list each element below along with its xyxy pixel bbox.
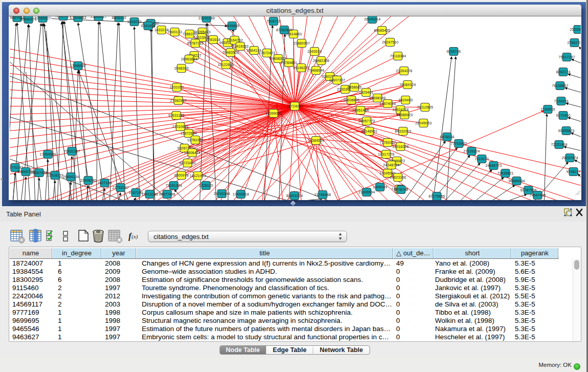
svg-text:14874016: 14874016: [379, 101, 396, 106]
svg-text:26482366: 26482366: [313, 58, 329, 63]
svg-text:1543039: 1543039: [307, 49, 321, 54]
svg-text:70112805: 70112805: [417, 105, 432, 110]
svg-text:77703482: 77703482: [450, 141, 467, 146]
svg-text:72221969: 72221969: [551, 142, 567, 147]
svg-text:20608835: 20608835: [343, 98, 359, 102]
svg-text:79517187: 79517187: [558, 55, 575, 59]
svg-text:18121913: 18121913: [189, 173, 206, 178]
svg-text:12016328: 12016328: [392, 144, 408, 149]
svg-text:27010651: 27010651: [172, 124, 188, 129]
svg-text:9167190: 9167190: [128, 190, 143, 195]
svg-text:74647436: 74647436: [529, 193, 546, 198]
svg-text:27109324: 27109324: [463, 149, 480, 154]
svg-text:8876038: 8876038: [440, 135, 454, 139]
svg-text:23193149: 23193149: [198, 16, 214, 20]
svg-text:79118384: 79118384: [389, 54, 405, 58]
svg-text:21906594: 21906594: [358, 190, 375, 194]
svg-text:29784801: 29784801: [280, 60, 297, 65]
svg-text:7134316: 7134316: [554, 99, 568, 103]
svg-text:18724007: 18724007: [287, 104, 303, 108]
svg-text:87175655: 87175655: [428, 194, 445, 199]
svg-text:87262849: 87262849: [276, 28, 292, 32]
svg-text:28963834: 28963834: [181, 57, 197, 61]
svg-text:13493618: 13493618: [232, 192, 249, 196]
svg-text:8805310: 8805310: [112, 16, 126, 20]
svg-text:21354278: 21354278: [396, 69, 412, 73]
svg-text:78084124: 78084124: [399, 82, 416, 87]
svg-text:10122691: 10122691: [217, 62, 234, 67]
svg-text:9172400: 9172400: [556, 113, 570, 118]
svg-text:70831367: 70831367: [63, 149, 80, 154]
svg-text:8781618: 8781618: [206, 37, 220, 42]
svg-text:19399091: 19399091: [265, 111, 281, 116]
svg-text:21746488: 21746488: [314, 192, 331, 197]
svg-text:9256746: 9256746: [446, 49, 461, 54]
svg-text:1031051: 1031051: [169, 85, 184, 90]
svg-text:9241904: 9241904: [141, 24, 155, 28]
svg-text:1824493: 1824493: [398, 98, 412, 102]
svg-text:7613171: 7613171: [474, 157, 489, 161]
svg-text:28557444: 28557444: [31, 170, 47, 175]
svg-text:29957773: 29957773: [358, 119, 375, 123]
svg-text:78069901: 78069901: [55, 16, 71, 18]
svg-text:27065627: 27065627: [34, 16, 51, 20]
svg-text:9748217: 9748217: [566, 169, 580, 174]
svg-text:92148951: 92148951: [361, 129, 377, 134]
svg-text:85787133: 85787133: [187, 41, 203, 46]
svg-text:8500978: 8500978: [174, 173, 188, 178]
svg-text:1399049: 1399049: [373, 185, 387, 189]
svg-text:26247510: 26247510: [382, 40, 398, 45]
svg-text:9905865: 9905865: [225, 24, 239, 28]
svg-text:1328120: 1328120: [199, 183, 213, 188]
svg-text:22880957: 22880957: [293, 41, 310, 46]
svg-text:7506716: 7506716: [266, 19, 280, 24]
svg-text:13518233: 13518233: [47, 173, 63, 178]
svg-text:12606474: 12606474: [184, 150, 200, 155]
svg-text:17996507: 17996507: [70, 63, 86, 68]
svg-text:26483503: 26483503: [222, 50, 238, 55]
svg-text:11607337: 11607337: [329, 78, 344, 82]
svg-text:27752047: 27752047: [112, 185, 128, 190]
svg-text:8262174: 8262174: [556, 70, 570, 74]
svg-text:24348734: 24348734: [383, 163, 399, 167]
svg-text:79091334: 79091334: [165, 183, 182, 188]
svg-text:17672423: 17672423: [258, 51, 275, 55]
svg-text:9458685: 9458685: [347, 85, 361, 90]
svg-text:11781080: 11781080: [187, 138, 203, 142]
svg-text:17354549: 17354549: [39, 152, 56, 157]
svg-text:7600133: 7600133: [167, 30, 182, 34]
svg-text:13872624: 13872624: [180, 131, 197, 136]
svg-text:29237474: 29237474: [561, 156, 578, 160]
svg-text:1433218: 1433218: [154, 28, 168, 32]
svg-text:13623166: 13623166: [389, 175, 406, 180]
svg-text:19384554: 19384554: [308, 138, 324, 143]
svg-text:23419283: 23419283: [232, 44, 248, 49]
svg-text:29894134: 29894134: [62, 174, 79, 179]
svg-text:18317278: 18317278: [378, 152, 394, 157]
svg-text:22045053: 22045053: [415, 121, 431, 125]
svg-text:29740344: 29740344: [213, 191, 230, 196]
svg-text:19413186: 19413186: [141, 192, 158, 196]
svg-text:22408240: 22408240: [80, 178, 96, 183]
svg-text:79468044: 79468044: [308, 68, 324, 73]
svg-text:15951484: 15951484: [352, 108, 368, 113]
svg-text:96584044: 96584044: [508, 179, 525, 183]
svg-text:26945314: 26945314: [364, 17, 380, 21]
svg-text:25339636: 25339636: [570, 27, 580, 32]
svg-text:(x): (x): [132, 233, 138, 240]
svg-text:25698169: 25698169: [369, 96, 385, 100]
svg-text:17204653: 17204653: [70, 16, 86, 20]
svg-text:27382997: 27382997: [170, 98, 186, 103]
svg-text:7427109: 7427109: [97, 181, 112, 185]
svg-text:88723430: 88723430: [179, 161, 195, 165]
svg-text:2098393: 2098393: [174, 66, 188, 71]
svg-text:76158657: 76158657: [552, 83, 568, 88]
svg-text:82421024: 82421024: [286, 193, 302, 198]
svg-text:84332003: 84332003: [395, 129, 411, 134]
svg-text:72639821: 72639821: [497, 171, 513, 176]
svg-text:97631165: 97631165: [168, 113, 184, 118]
svg-text:9278742: 9278742: [394, 187, 408, 192]
svg-text:95146270: 95146270: [293, 65, 309, 70]
svg-text:98677496: 98677496: [159, 192, 175, 196]
svg-text:89985435: 89985435: [374, 28, 390, 33]
